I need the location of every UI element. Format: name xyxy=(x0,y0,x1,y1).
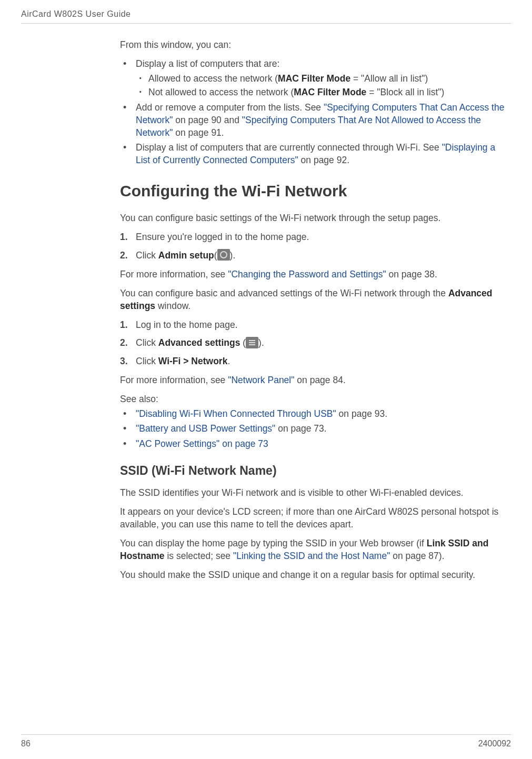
svg-rect-0 xyxy=(217,249,230,261)
step-click-wifi-network: Click Wi-Fi > Network. xyxy=(120,355,511,367)
step-click-advanced: Click Advanced settings (). xyxy=(120,336,511,349)
link-linking-ssid-hostname[interactable]: "Linking the SSID and the Host Name" xyxy=(233,551,390,561)
heading-configuring-wifi: Configuring the Wi-Fi Network xyxy=(120,182,511,200)
steps-set2: Log in to the home page. Click Advanced … xyxy=(120,318,511,367)
advanced-settings-icon xyxy=(246,337,258,348)
config-p3: You can configure basic and advanced set… xyxy=(120,287,511,312)
ssid-p4: You should make the SSID unique and chan… xyxy=(120,568,511,581)
see-also-battery-usb: "Battery and USB Power Settings" on page… xyxy=(120,422,511,435)
bullet-add-remove: Add or remove a computer from the lists.… xyxy=(120,101,511,139)
header-divider xyxy=(21,23,511,24)
label-mac-filter-mode: MAC Filter Mode xyxy=(294,87,366,97)
sub-bullets: Allowed to access the network (MAC Filte… xyxy=(136,72,511,98)
config-more-info-1: For more information, see "Changing the … xyxy=(120,268,511,281)
doc-number: 2400092 xyxy=(478,739,511,748)
link-ac-power-settings[interactable]: "AC Power Settings" on page 73 xyxy=(136,438,268,449)
see-also-disable-wifi: "Disabling Wi-Fi When Connected Through … xyxy=(120,407,511,420)
sub-allowed: Allowed to access the network (MAC Filte… xyxy=(136,72,511,85)
heading-ssid: SSID (Wi-Fi Network Name) xyxy=(120,464,511,478)
label-wifi-network: Wi-Fi > Network xyxy=(158,356,228,366)
step-login-home: Ensure you're logged in to the home page… xyxy=(120,231,511,243)
link-changing-password[interactable]: "Changing the Password and Settings" xyxy=(228,269,386,279)
see-also-label: See also: xyxy=(120,393,511,405)
step-login-home-2: Log in to the home page. xyxy=(120,318,511,331)
footer-divider xyxy=(21,734,511,735)
label-advanced-settings: Advanced settings xyxy=(158,337,240,348)
intro-bullets: Display a list of computers that are: Al… xyxy=(120,57,511,166)
page-number: 86 xyxy=(21,739,31,748)
step-click-admin-setup: Click Admin setup(). xyxy=(120,249,511,262)
link-disable-wifi-usb[interactable]: "Disabling Wi-Fi When Connected Through … xyxy=(136,408,336,419)
label-admin-setup: Admin setup xyxy=(158,250,214,261)
bullet-display-list: Display a list of computers that are: Al… xyxy=(120,57,511,98)
steps-set1: Ensure you're logged in to the home page… xyxy=(120,231,511,262)
intro-lead: From this window, you can: xyxy=(120,38,511,51)
sub-not-allowed: Not allowed to access the network (MAC F… xyxy=(136,86,511,98)
ssid-p1: The SSID identifies your Wi-Fi network a… xyxy=(120,486,511,499)
config-more-info-2: For more information, see "Network Panel… xyxy=(120,374,511,386)
admin-setup-icon xyxy=(217,249,230,261)
bullet-currently-connected: Display a list of computers that are cur… xyxy=(120,141,511,166)
page-content: From this window, you can: Display a lis… xyxy=(120,38,511,582)
config-p1: You can configure basic settings of the … xyxy=(120,212,511,224)
ssid-p3: You can display the home page by typing … xyxy=(120,537,511,562)
see-also-ac-power: "AC Power Settings" on page 73 xyxy=(120,437,511,450)
page-header: AirCard W802S User Guide xyxy=(0,0,532,23)
link-battery-usb-power[interactable]: "Battery and USB Power Settings" xyxy=(136,423,275,434)
page-footer: 86 2400092 xyxy=(21,734,511,748)
doc-title: AirCard W802S User Guide xyxy=(21,9,131,18)
bullet-text: Display a list of computers that are: xyxy=(136,58,279,69)
see-also-list: "Disabling Wi-Fi When Connected Through … xyxy=(120,407,511,450)
link-network-panel[interactable]: "Network Panel" xyxy=(228,375,294,385)
ssid-p2: It appears on your device's LCD screen; … xyxy=(120,505,511,531)
label-mac-filter-mode: MAC Filter Mode xyxy=(278,73,350,84)
